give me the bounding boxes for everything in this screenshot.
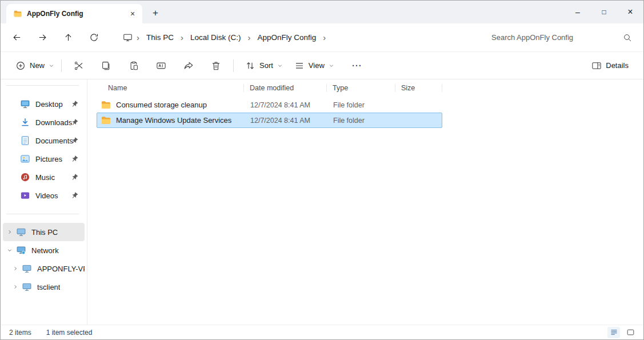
- view-button-label: View: [309, 61, 325, 70]
- view-lines-icon: [294, 61, 305, 71]
- toolbar-divider: [61, 59, 62, 72]
- pin-icon: [71, 192, 78, 199]
- plus-circle-icon: [15, 61, 26, 71]
- sidebar-item-label: Network: [31, 246, 59, 255]
- chevron-down-icon: [49, 63, 54, 69]
- sort-arrows-icon: [245, 61, 255, 71]
- breadcrumb-item-this-pc[interactable]: This PC: [142, 30, 178, 45]
- file-row-manage-windows-update-services[interactable]: Manage Windows Update Services 12/7/2024…: [97, 113, 442, 128]
- column-header-date-modified[interactable]: Date modified: [244, 81, 327, 95]
- this-pc-icon: [123, 33, 133, 42]
- arrow-up-icon: [63, 33, 73, 42]
- explorer-tab[interactable]: AppOnFly Config ×: [6, 4, 142, 23]
- sidebar-item-label: Desktop: [35, 100, 63, 109]
- pin-icon: [71, 174, 78, 181]
- more-options-button[interactable]: ⋯: [347, 55, 366, 76]
- minimize-button[interactable]: –: [565, 1, 591, 23]
- back-button[interactable]: [6, 28, 27, 47]
- copy-button[interactable]: [95, 55, 118, 76]
- chevron-right-icon[interactable]: ›: [320, 33, 329, 42]
- network-icon: [16, 245, 26, 255]
- sidebar-item-label: Downloads: [35, 118, 72, 127]
- computer-icon: [22, 263, 32, 274]
- selection-count: 1 item selected: [46, 329, 93, 337]
- maximize-button[interactable]: □: [591, 1, 617, 23]
- sidebar-item-network[interactable]: Network: [3, 241, 85, 259]
- delete-button[interactable]: [205, 55, 227, 76]
- cut-button[interactable]: [67, 55, 90, 76]
- search-box: [488, 31, 635, 45]
- folder-icon: [13, 9, 22, 18]
- new-button[interactable]: New: [10, 55, 60, 76]
- pin-icon: [71, 137, 78, 145]
- chevron-right-icon[interactable]: ›: [245, 33, 254, 42]
- trash-icon: [211, 61, 221, 71]
- navigation-bar: › This PC › Local Disk (C:) › AppOnFly C…: [1, 23, 643, 52]
- file-rows: Consumed storage cleanup 12/7/2024 8:41 …: [97, 97, 643, 128]
- sidebar-item-this-pc[interactable]: This PC: [3, 223, 85, 241]
- sidebar-item-downloads[interactable]: Downloads: [3, 113, 85, 131]
- documents-icon: [20, 135, 30, 146]
- share-button[interactable]: [177, 55, 200, 76]
- view-button[interactable]: View: [289, 55, 340, 76]
- sidebar-item-apponfly-vp[interactable]: APPONFLY-VP: [3, 259, 85, 278]
- pictures-icon: [20, 154, 30, 164]
- chevron-right-icon[interactable]: [6, 228, 14, 236]
- chevron-right-icon[interactable]: ›: [134, 33, 142, 42]
- sidebar-item-label: APPONFLY-VP: [37, 265, 85, 273]
- sidebar-item-label: Pictures: [35, 155, 62, 163]
- sidebar-item-tsclient[interactable]: tsclient: [3, 278, 85, 296]
- scissors-icon: [74, 61, 84, 71]
- computer-icon: [22, 282, 32, 292]
- column-header-type[interactable]: Type: [327, 81, 395, 95]
- breadcrumb-item-local-disk-c[interactable]: Local Disk (C:): [186, 30, 245, 45]
- tab-close-button[interactable]: ×: [126, 7, 139, 20]
- sidebar-item-videos[interactable]: Videos: [3, 186, 85, 205]
- chevron-right-icon[interactable]: [11, 283, 19, 291]
- chevron-right-icon[interactable]: ›: [178, 33, 186, 42]
- column-header-size[interactable]: Size: [395, 81, 442, 95]
- this-pc-icon: [16, 227, 26, 237]
- breadcrumb-item-apponfly-config[interactable]: AppOnFly Config: [254, 30, 321, 45]
- clipboard-icon: [129, 61, 139, 71]
- sidebar-item-label: Music: [35, 173, 55, 182]
- breadcrumb: › This PC › Local Disk (C:) › AppOnFly C…: [122, 30, 329, 45]
- videos-icon: [20, 190, 30, 201]
- file-date-modified: 12/7/2024 8:41 AM: [245, 113, 327, 127]
- pin-icon: [71, 155, 78, 163]
- column-header-name[interactable]: Name: [97, 81, 244, 95]
- column-header-label: Type: [333, 84, 348, 92]
- up-button[interactable]: [58, 28, 78, 47]
- file-row-consumed-storage-cleanup[interactable]: Consumed storage cleanup 12/7/2024 8:41 …: [97, 97, 442, 113]
- sidebar-item-documents[interactable]: Documents: [3, 131, 85, 150]
- sort-button-label: Sort: [259, 61, 273, 70]
- refresh-button[interactable]: [83, 28, 104, 47]
- forward-button[interactable]: [32, 28, 53, 47]
- navigation-pane: Desktop Downloads Documents Pictures Mus: [1, 79, 87, 325]
- large-icons-view-toggle[interactable]: [624, 327, 637, 338]
- details-button[interactable]: Details: [586, 55, 634, 76]
- chevron-down-icon[interactable]: [6, 246, 14, 254]
- file-type: File folder: [327, 113, 396, 127]
- arrow-left-icon: [12, 33, 22, 42]
- copy-icon: [101, 61, 111, 71]
- file-name: Consumed storage cleanup: [116, 101, 207, 109]
- item-count: 2 items: [9, 329, 31, 337]
- close-button[interactable]: ×: [617, 1, 643, 23]
- pin-icon: [71, 119, 78, 126]
- search-input[interactable]: [491, 33, 617, 42]
- new-button-label: New: [30, 61, 45, 70]
- chevron-right-icon[interactable]: [11, 265, 19, 273]
- sidebar-item-music[interactable]: Music: [3, 168, 85, 186]
- column-header-label: Name: [108, 84, 127, 92]
- sidebar-item-pictures[interactable]: Pictures: [3, 150, 85, 168]
- sidebar-item-label: Documents: [35, 137, 73, 145]
- details-view-toggle[interactable]: [607, 327, 620, 338]
- new-tab-button[interactable]: +: [148, 6, 163, 21]
- rename-button[interactable]: [150, 55, 173, 76]
- details-button-label: Details: [606, 61, 629, 70]
- paste-button[interactable]: [122, 55, 145, 76]
- sidebar-item-desktop[interactable]: Desktop: [3, 95, 85, 113]
- sort-button[interactable]: Sort: [239, 55, 289, 76]
- file-size: [396, 113, 442, 127]
